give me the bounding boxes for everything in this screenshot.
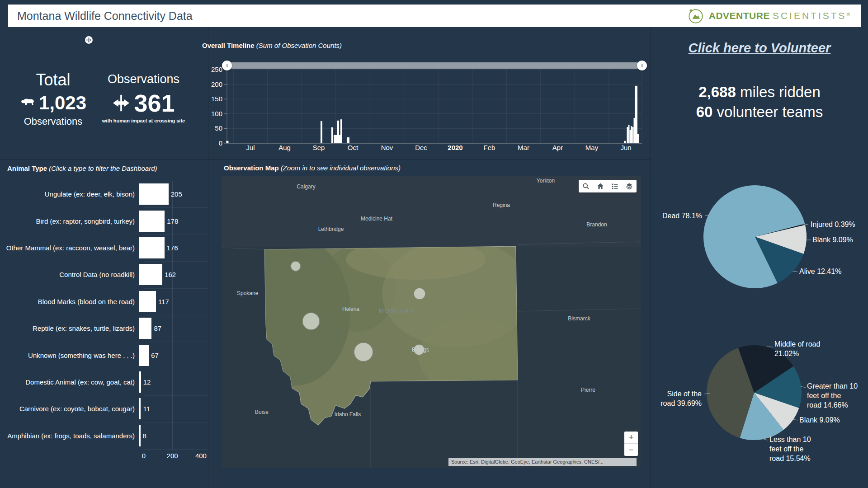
impact-value: 361 bbox=[134, 89, 175, 117]
pie-callout-label: Greater than 10feet off theroad 14.66% bbox=[807, 382, 858, 409]
animal-type-bar[interactable] bbox=[139, 211, 165, 232]
animal-type-row[interactable]: Ungulate (ex: deer, elk, bison)205 bbox=[0, 181, 208, 207]
timeline-bar bbox=[632, 127, 633, 143]
animal-axis-tick: 0 bbox=[142, 452, 146, 460]
animal-type-row[interactable]: Bird (ex: raptor, songbird, turkey)178 bbox=[0, 207, 208, 234]
animal-type-row[interactable]: Blood Marks (blood on the road)117 bbox=[0, 288, 208, 315]
city-label: Spokane bbox=[237, 290, 259, 296]
timeline-bar bbox=[630, 130, 631, 143]
svg-text:100: 100 bbox=[211, 110, 222, 117]
app-header: Montana Wildlife Connectivity Data ADVEN… bbox=[8, 5, 861, 27]
observation-cluster[interactable] bbox=[414, 288, 425, 300]
map-toolbar bbox=[579, 180, 637, 192]
zoom-out-button[interactable]: − bbox=[624, 444, 638, 456]
pie-callout-label: Dead 78.1% bbox=[662, 212, 702, 220]
total-title: Total bbox=[9, 70, 97, 89]
pie-callout-label: Alive 12.41% bbox=[799, 267, 841, 275]
animal-type-row[interactable]: Carnivore (ex: coyote, bobcat, cougar)11 bbox=[0, 395, 208, 422]
svg-text:200: 200 bbox=[211, 80, 222, 88]
animal-type-label: Amphibian (ex: frogs, toads, salamanders… bbox=[0, 432, 139, 440]
timeline-bar bbox=[226, 141, 228, 143]
timeline-month-label: Aug bbox=[278, 144, 291, 151]
animal-type-bar[interactable] bbox=[139, 318, 151, 339]
animal-type-bar[interactable] bbox=[139, 183, 169, 205]
animal-type-bar[interactable] bbox=[139, 345, 149, 366]
animal-type-bar[interactable] bbox=[139, 237, 165, 258]
timeline-bar bbox=[321, 121, 322, 143]
animal-type-row[interactable]: Domestic Animal (ex: cow, goat, cat)12 bbox=[0, 369, 208, 395]
slider-handle-left[interactable] bbox=[222, 61, 232, 70]
observation-map[interactable]: MONTANACalgaryYorktonReginaMedicine HatL… bbox=[222, 176, 641, 468]
animal-type-value: 67 bbox=[151, 352, 159, 359]
timeline-month-label: Jun bbox=[620, 144, 631, 151]
pie-callout-label: Blank 9.09% bbox=[799, 416, 840, 424]
observation-cluster[interactable] bbox=[291, 261, 301, 271]
timeline-bar bbox=[637, 134, 639, 143]
svg-text:150: 150 bbox=[211, 95, 222, 103]
dashboard: Montana Wildlife Connectivity Data ADVEN… bbox=[0, 0, 868, 488]
observation-cluster[interactable] bbox=[354, 343, 373, 361]
map-canvas[interactable]: MONTANACalgaryYorktonReginaMedicine HatL… bbox=[222, 176, 641, 468]
city-label: Bismarck bbox=[568, 315, 590, 322]
city-label: Helena bbox=[342, 306, 359, 312]
pie-callout-label: Blank 9.09% bbox=[812, 236, 853, 244]
time-range-slider[interactable] bbox=[227, 62, 642, 69]
animal-type-row[interactable]: Reptile (ex: snakes, turtle, lizards)87 bbox=[0, 315, 208, 342]
animal-type-row[interactable]: Unknown (something was here . . .)67 bbox=[0, 342, 208, 368]
timeline-month-label: Feb bbox=[484, 144, 495, 151]
layers-icon[interactable] bbox=[622, 180, 637, 192]
animal-type-value: 11 bbox=[143, 405, 150, 413]
timeline-month-label: May bbox=[585, 144, 599, 151]
map-zoom-control: + − bbox=[624, 432, 638, 456]
animal-type-label: Ungulate (ex: deer, elk, bison) bbox=[0, 190, 139, 198]
zoom-in-button[interactable]: + bbox=[624, 432, 638, 444]
brand-word-adventure: ADVENTURESCIENTISTS® bbox=[709, 10, 850, 21]
bear-icon bbox=[20, 98, 35, 108]
svg-text:50: 50 bbox=[215, 124, 222, 132]
timeline-month-label: 2020 bbox=[448, 144, 462, 151]
animal-type-row[interactable]: Amphibian (ex: frogs, toads, salamanders… bbox=[0, 422, 208, 449]
impact-observations-card: Observations 361 with human impact at cr… bbox=[99, 72, 188, 123]
legend-icon[interactable] bbox=[608, 180, 622, 192]
volunteer-link[interactable]: Click here to Volunteer bbox=[651, 41, 868, 56]
city-label: Lethbridge bbox=[318, 226, 344, 232]
home-icon[interactable] bbox=[593, 180, 608, 192]
timeline-bar bbox=[624, 141, 626, 143]
pie-callout-label: Side of theroad 39.69% bbox=[660, 390, 702, 407]
pie-callout-label: Middle of road21.02% bbox=[774, 340, 820, 357]
animal-type-row[interactable]: Control Data (no roadkill)162 bbox=[0, 261, 208, 288]
mountain-logo-icon bbox=[687, 7, 704, 24]
timeline-bar bbox=[347, 137, 349, 143]
slider-handle-right[interactable] bbox=[637, 61, 647, 70]
animal-type-chart: Ungulate (ex: deer, elk, bison)205Bird (… bbox=[0, 181, 208, 449]
animal-type-bar[interactable] bbox=[139, 425, 141, 446]
animal-axis-tick: 200 bbox=[167, 452, 178, 460]
city-label: Boise bbox=[255, 409, 269, 415]
timeline-month-label: Sep bbox=[313, 144, 325, 151]
pie-callout-label: Injured 0.39% bbox=[811, 221, 855, 228]
animal-type-row[interactable]: Other Mammal (ex: raccoon, weasel, bear)… bbox=[0, 235, 208, 261]
timeline-month-label: Mar bbox=[518, 144, 529, 151]
status-pie-chart: Injured 0.39%Blank 9.09%Alive 12.41%Dead… bbox=[651, 172, 868, 298]
total-value: 1,023 bbox=[39, 92, 86, 114]
animal-type-bar[interactable] bbox=[139, 398, 141, 419]
animal-type-label: Bird (ex: raptor, songbird, turkey) bbox=[0, 217, 139, 225]
road-position-pie-chart: Middle of road21.02%Greater than 10feet … bbox=[651, 325, 868, 488]
timeline-bar bbox=[627, 127, 628, 143]
search-icon[interactable] bbox=[579, 180, 593, 192]
animal-type-label: Other Mammal (ex: raccoon, weasel, bear) bbox=[0, 244, 139, 252]
ride-stats: 2,688 miles ridden 60 volunteer teams bbox=[651, 82, 868, 122]
timeline-month-label: Nov bbox=[381, 144, 393, 151]
city-label: Brandon bbox=[586, 221, 607, 228]
animal-type-value: 12 bbox=[143, 378, 151, 386]
animal-type-value: 176 bbox=[167, 244, 178, 252]
page-title: Montana Wildlife Connectivity Data bbox=[17, 9, 193, 23]
animal-type-bar[interactable] bbox=[139, 264, 162, 285]
move-handle-icon[interactable] bbox=[85, 36, 93, 44]
animal-type-value: 205 bbox=[171, 190, 182, 198]
observation-cluster[interactable] bbox=[302, 313, 320, 330]
animal-type-bar[interactable] bbox=[139, 371, 141, 393]
animal-type-bar[interactable] bbox=[139, 291, 156, 312]
animal-type-value: 87 bbox=[154, 324, 161, 332]
adventure-scientists-logo: ADVENTURESCIENTISTS® bbox=[687, 7, 850, 24]
